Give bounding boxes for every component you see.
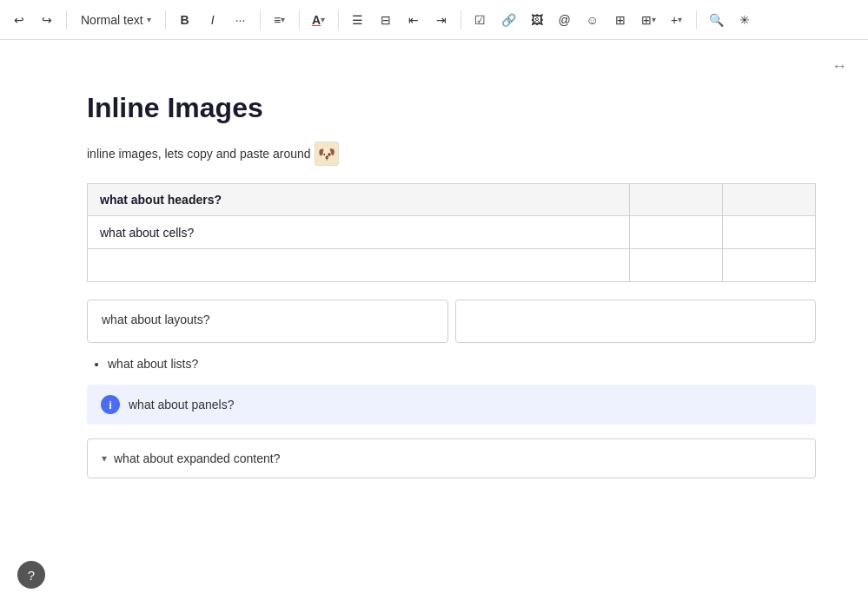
emoji-button[interactable]: ☺: [580, 6, 605, 34]
intro-paragraph: inline images, lets copy and paste aroun…: [87, 142, 816, 166]
columns-button[interactable]: ⊞: [608, 6, 633, 34]
bold-icon: B: [181, 13, 189, 27]
align-chevron-icon: ▾: [281, 15, 285, 24]
add-chevron-icon: ▾: [678, 15, 682, 24]
checkbox-icon: ☑: [474, 13, 486, 27]
page-title: Inline Images: [87, 92, 816, 124]
link-icon: 🔗: [501, 13, 516, 27]
info-icon: i: [101, 395, 120, 414]
more-formatting-button[interactable]: ···: [229, 6, 253, 34]
help-icon: ?: [28, 568, 35, 583]
search-button[interactable]: 🔍: [704, 6, 729, 34]
ai-sparkle-icon: ✳: [739, 13, 750, 27]
table-cell-2-1[interactable]: [88, 249, 630, 282]
expand-toggle-icon[interactable]: ▾: [102, 452, 107, 464]
table-cell-2-2[interactable]: [629, 249, 722, 282]
expandable-block[interactable]: ▾ what about expanded content?: [87, 438, 816, 478]
emoji-icon: ☺: [586, 13, 598, 27]
table-cell-1-2[interactable]: [629, 216, 722, 249]
divider-2: [165, 10, 166, 30]
align-icon: ≡: [274, 13, 281, 27]
expandable-text: what about expanded content?: [114, 451, 281, 465]
content-area: ↔ Inline Images inline images, lets copy…: [0, 40, 868, 606]
table-icon: ⊞: [641, 13, 652, 27]
divider-3: [260, 10, 261, 30]
sidebar-left: [0, 40, 35, 606]
columns-icon: ⊞: [615, 13, 626, 27]
indent-icon: ⇥: [436, 13, 447, 27]
table-row: what about cells?: [88, 216, 816, 249]
table-row: [88, 249, 816, 282]
italic-icon: I: [211, 13, 215, 27]
table-header-cell-2[interactable]: [629, 184, 722, 216]
numbered-list-icon: ⊟: [381, 13, 391, 27]
mention-button[interactable]: @: [553, 6, 577, 34]
redo-icon: [42, 13, 52, 27]
add-icon: +: [671, 13, 678, 27]
panel-text: what about panels?: [129, 398, 234, 412]
divider-6: [461, 10, 461, 30]
content-table[interactable]: what about headers? what about cells?: [87, 183, 816, 282]
italic-button[interactable]: I: [201, 6, 225, 34]
ai-button[interactable]: ✳: [732, 6, 757, 34]
editor-wrapper[interactable]: ↔ Inline Images inline images, lets copy…: [35, 40, 868, 606]
indent-button[interactable]: ⇥: [429, 6, 454, 34]
bullet-list-button[interactable]: ☰: [346, 6, 370, 34]
table-head: what about headers?: [88, 184, 816, 216]
divider-1: [66, 10, 67, 30]
text-color-icon: A: [312, 13, 321, 27]
expand-icon: ↔: [832, 57, 847, 75]
layout-block-1[interactable]: what about layouts?: [87, 300, 448, 343]
checkbox-button[interactable]: ☑: [468, 6, 493, 34]
divider-5: [338, 10, 339, 30]
layout-block-2[interactable]: [455, 300, 817, 343]
table-cell-1-3[interactable]: [722, 216, 815, 249]
table-button[interactable]: ⊞ ▾: [636, 6, 661, 34]
list-item[interactable]: what about lists?: [108, 357, 816, 371]
table-header-row: what about headers?: [88, 184, 816, 216]
help-button[interactable]: ?: [17, 561, 45, 589]
bold-button[interactable]: B: [173, 6, 197, 34]
table-header-cell-3[interactable]: [722, 184, 815, 216]
layout-container: what about layouts?: [87, 300, 816, 343]
text-style-dropdown[interactable]: Normal text ▾: [74, 6, 158, 34]
table-cell-1-1[interactable]: what about cells?: [88, 216, 630, 249]
outdent-button[interactable]: ⇤: [401, 6, 426, 34]
expand-width-button[interactable]: ↔: [828, 54, 851, 79]
table-body: what about cells?: [88, 216, 816, 282]
table-chevron-icon: ▾: [652, 15, 656, 24]
align-button[interactable]: ≡ ▾: [268, 6, 292, 34]
redo-button[interactable]: [35, 6, 59, 34]
search-icon: 🔍: [709, 13, 724, 27]
undo-icon: [14, 13, 24, 27]
mention-icon: @: [558, 13, 570, 27]
inline-image: [315, 142, 339, 166]
undo-button[interactable]: [7, 6, 31, 34]
chevron-down-icon: ▾: [147, 15, 151, 24]
bullet-list: what about lists?: [87, 357, 816, 371]
color-chevron-icon: ▾: [321, 15, 325, 24]
outdent-icon: ⇤: [408, 13, 419, 27]
toolbar: Normal text ▾ B I ··· ≡ ▾ A ▾ ☰ ⊟ ⇤ ⇥ ☑ …: [0, 0, 868, 40]
insert-image-button[interactable]: 🖼: [525, 6, 549, 34]
link-button[interactable]: 🔗: [496, 6, 521, 34]
text-style-label: Normal text: [81, 13, 143, 27]
table-header-cell-1[interactable]: what about headers?: [88, 184, 630, 216]
more-icon: ···: [235, 13, 246, 27]
divider-4: [299, 10, 300, 30]
info-panel: i what about panels?: [87, 385, 816, 425]
add-button[interactable]: + ▾: [665, 6, 689, 34]
table-cell-2-3[interactable]: [722, 249, 815, 282]
text-color-button[interactable]: A ▾: [307, 6, 331, 34]
intro-text-content: inline images, lets copy and paste aroun…: [87, 147, 311, 161]
insert-image-icon: 🖼: [531, 13, 543, 27]
divider-7: [696, 10, 697, 30]
numbered-list-button[interactable]: ⊟: [374, 6, 398, 34]
bullet-list-icon: ☰: [352, 13, 363, 27]
